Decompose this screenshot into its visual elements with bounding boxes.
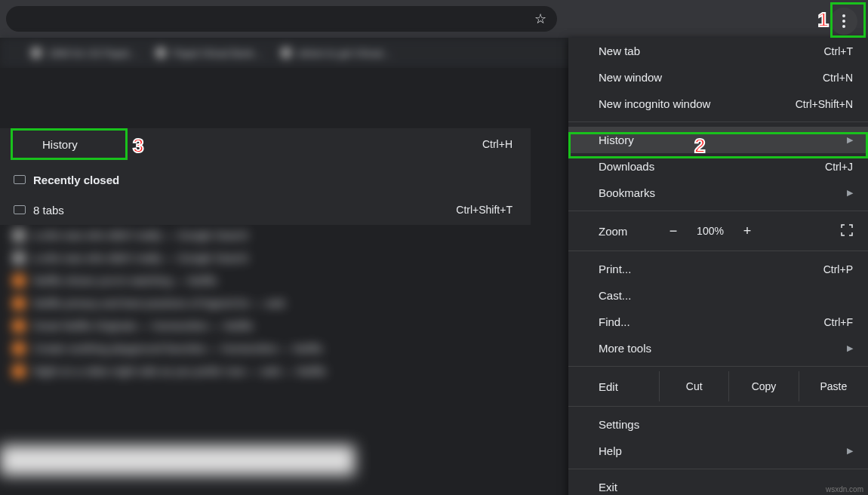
submenu-arrow-icon: ▶ — [847, 446, 853, 456]
menu-more-tools[interactable]: More tools ▶ — [568, 335, 868, 361]
menu-separator — [568, 469, 868, 469]
bookmark-item[interactable]: Papal Virtual Bank… — [155, 47, 263, 59]
submenu-arrow-icon: ▶ — [847, 188, 853, 198]
menu-label: Print... — [599, 263, 631, 275]
favicon-icon — [280, 47, 292, 59]
menu-label: Help — [599, 444, 622, 457]
favicon-icon — [30, 47, 42, 59]
menu-separator — [568, 366, 868, 367]
shortcut-text: Ctrl+Shift+N — [796, 98, 853, 110]
zoom-out-button[interactable]: − — [659, 223, 688, 239]
menu-settings[interactable]: Settings — [568, 411, 868, 438]
shortcut-text: Ctrl+P — [823, 263, 853, 275]
menu-label: Find... — [599, 315, 630, 328]
menu-label: New tab — [599, 45, 640, 57]
recently-closed-label: Recently closed — [33, 174, 119, 186]
menu-bookmarks[interactable]: Bookmarks ▶ — [568, 180, 868, 206]
bookmark-item[interactable]: 1984 for US Papal… — [30, 47, 138, 59]
bookmark-label: Papal Virtual Bank… — [173, 48, 263, 59]
history-list-blurred: a who was who didn't really — Google Sea… — [12, 224, 465, 383]
zoom-percentage: 100% — [688, 225, 733, 237]
shortcut-text: Ctrl+Shift+T — [456, 204, 512, 216]
shortcut-text: Ctrl+N — [823, 72, 853, 84]
menu-label: Cast... — [599, 289, 631, 302]
menu-label: History — [599, 134, 634, 146]
menu-label: New window — [599, 71, 662, 84]
submenu-history-label: History — [33, 134, 87, 155]
menu-label: Bookmarks — [599, 186, 655, 199]
menu-separator — [568, 406, 868, 407]
submenu-open-history[interactable]: History Ctrl+H — [0, 128, 531, 160]
watermark-text: wsxdn.com — [826, 485, 863, 493]
edit-copy-button[interactable]: Copy — [728, 371, 798, 401]
menu-separator — [568, 121, 868, 122]
edit-paste-button[interactable]: Paste — [799, 371, 868, 401]
menu-separator — [568, 211, 868, 211]
edit-cut-button[interactable]: Cut — [659, 371, 728, 401]
menu-help[interactable]: Help ▶ — [568, 438, 868, 464]
edit-label: Edit — [599, 380, 659, 393]
tabs-icon — [14, 175, 33, 184]
menu-label: Settings — [599, 418, 639, 431]
menu-label: More tools — [599, 342, 651, 355]
kebab-icon — [842, 20, 845, 23]
eight-tabs-label: 8 tabs — [33, 204, 64, 217]
submenu-recently-closed: Recently closed — [0, 164, 531, 195]
fullscreen-icon — [841, 224, 853, 236]
blurred-bar — [0, 445, 355, 475]
shortcut-text: Ctrl+H — [482, 138, 512, 150]
zoom-in-button[interactable]: + — [733, 223, 762, 239]
menu-zoom-row: Zoom − 100% + — [568, 216, 868, 246]
menu-history[interactable]: History ▶ — [568, 127, 868, 153]
bookmark-label: where to get Virtual… — [298, 48, 392, 59]
submenu-arrow-icon: ▶ — [847, 343, 853, 353]
menu-new-tab[interactable]: New tab Ctrl+T — [568, 38, 868, 64]
omnibox[interactable]: ☆ — [6, 6, 557, 32]
menu-new-incognito[interactable]: New incognito window Ctrl+Shift+N — [568, 91, 868, 117]
history-submenu: History Ctrl+H Recently closed 8 tabs Ct… — [0, 128, 531, 225]
menu-edit-row: Edit Cut Copy Paste — [568, 371, 868, 401]
menu-cast[interactable]: Cast... — [568, 282, 868, 309]
submenu-eight-tabs[interactable]: 8 tabs Ctrl+Shift+T — [0, 195, 531, 225]
shortcut-text: Ctrl+F — [824, 316, 854, 328]
submenu-arrow-icon: ▶ — [847, 135, 853, 145]
menu-kebab-button[interactable] — [830, 8, 857, 35]
bookmark-star-icon[interactable]: ☆ — [534, 11, 546, 27]
favicon-icon — [155, 47, 167, 59]
shortcut-text: Ctrl+J — [825, 161, 853, 173]
browser-toolbar: ☆ — [0, 0, 868, 38]
menu-print[interactable]: Print... Ctrl+P — [568, 256, 868, 282]
tabs-icon — [14, 205, 33, 214]
menu-label: New incognito window — [599, 97, 710, 110]
menu-find[interactable]: Find... Ctrl+F — [568, 309, 868, 335]
bookmark-label: 1984 for US Papal… — [48, 48, 138, 59]
menu-new-window[interactable]: New window Ctrl+N — [568, 64, 868, 91]
fullscreen-button[interactable] — [841, 224, 853, 238]
chrome-main-menu: New tab Ctrl+T New window Ctrl+N New inc… — [568, 38, 868, 495]
menu-label: Exit — [599, 481, 617, 493]
menu-downloads[interactable]: Downloads Ctrl+J — [568, 153, 868, 180]
bookmark-item[interactable]: where to get Virtual… — [280, 47, 392, 59]
menu-separator — [568, 251, 868, 251]
menu-label: Downloads — [599, 160, 654, 173]
zoom-label: Zoom — [599, 225, 659, 238]
menu-exit[interactable]: Exit — [568, 474, 868, 495]
shortcut-text: Ctrl+T — [824, 45, 854, 57]
